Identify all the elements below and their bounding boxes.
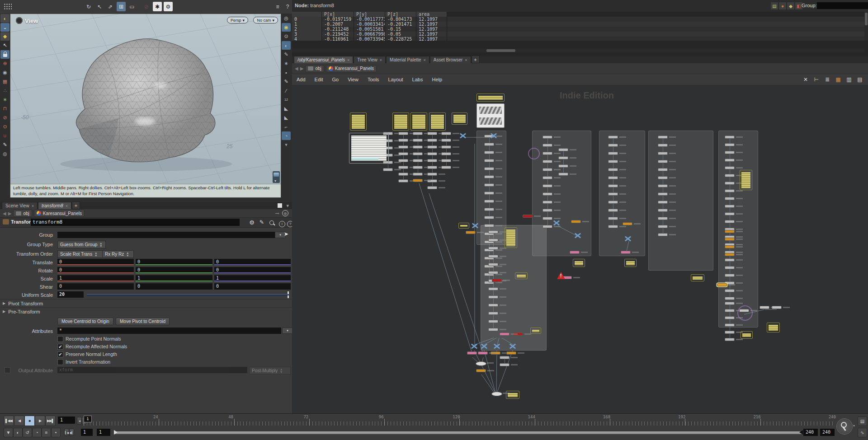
node[interactable] bbox=[542, 209, 552, 212]
dot-icon[interactable]: • bbox=[282, 68, 291, 77]
tab-scene-view[interactable]: Scene View× bbox=[2, 202, 38, 209]
node[interactable] bbox=[484, 143, 494, 146]
tab-transform8[interactable]: transform8× bbox=[38, 202, 71, 209]
orange-node[interactable] bbox=[413, 179, 423, 182]
node[interactable] bbox=[413, 159, 423, 162]
view-tool-icon[interactable]: ◉ bbox=[0, 68, 9, 77]
net-breadcrumb-root[interactable]: obj bbox=[305, 65, 324, 72]
node[interactable] bbox=[725, 212, 735, 215]
sticky-note[interactable] bbox=[350, 112, 367, 131]
node[interactable] bbox=[413, 173, 423, 176]
pick-pencil-icon[interactable]: ✎ bbox=[282, 77, 291, 86]
node[interactable] bbox=[427, 132, 437, 135]
node[interactable] bbox=[608, 209, 618, 212]
sticky-note[interactable] bbox=[452, 112, 467, 125]
range-end-field[interactable]: 240 bbox=[803, 429, 818, 436]
target-icon[interactable]: ◎ bbox=[282, 210, 288, 216]
spreadsheet-hscrollbar[interactable] bbox=[292, 49, 864, 52]
node[interactable] bbox=[608, 168, 618, 171]
node[interactable] bbox=[441, 139, 451, 142]
node[interactable] bbox=[500, 363, 509, 366]
pose-tool-icon[interactable]: ▦ bbox=[0, 77, 9, 86]
node[interactable] bbox=[413, 166, 423, 169]
move-centroid-button[interactable]: Move Centroid to Origin bbox=[57, 318, 113, 325]
node[interactable] bbox=[488, 271, 498, 274]
table-row[interactable]: 2-0.211248-0.0051581-0.1512.1097 bbox=[292, 27, 868, 32]
node[interactable] bbox=[658, 168, 668, 171]
scatter-red-icon[interactable]: ∴ bbox=[0, 86, 9, 95]
translate-y-field[interactable]: 0 bbox=[136, 259, 212, 265]
slider-handle[interactable] bbox=[288, 295, 289, 298]
pink-node[interactable] bbox=[467, 351, 477, 355]
gear-box-icon[interactable]: ⚙ bbox=[164, 2, 173, 11]
node[interactable] bbox=[725, 331, 735, 334]
add-tab-button[interactable]: + bbox=[472, 56, 480, 63]
plane-12-icon[interactable]: ◣ bbox=[282, 113, 291, 122]
null-node[interactable] bbox=[624, 236, 632, 241]
keys-visibility-icon[interactable]: ▼ bbox=[4, 428, 13, 437]
magnifier-icon[interactable] bbox=[268, 219, 276, 226]
menu-go[interactable]: Go bbox=[328, 77, 344, 82]
geometry-spreadsheet[interactable]: P[x]P[y]P[z]area0-0.0197159-0.00117773-0… bbox=[292, 12, 868, 41]
shear-y-field[interactable]: 0 bbox=[136, 283, 212, 290]
node[interactable] bbox=[542, 168, 552, 171]
node[interactable] bbox=[608, 201, 618, 204]
loop-icon[interactable]: ↺ bbox=[23, 428, 32, 437]
pane-menu-caret[interactable]: ▾ bbox=[286, 203, 289, 209]
snap-box-icon[interactable]: ⊓ bbox=[0, 104, 9, 113]
breadcrumb-node[interactable]: Karesansui_Panels bbox=[34, 210, 85, 217]
range-start-field[interactable]: 1 bbox=[81, 429, 93, 436]
close-icon[interactable]: × bbox=[424, 58, 426, 62]
tab-tree-view[interactable]: Tree View× bbox=[354, 56, 386, 63]
close-icon[interactable]: × bbox=[66, 204, 68, 208]
menu-add[interactable]: Add bbox=[292, 77, 310, 82]
tab-asset-browser[interactable]: Asset Browser× bbox=[430, 56, 471, 63]
pre-transform-section[interactable]: ▶Pre-Transform bbox=[0, 307, 292, 315]
node[interactable] bbox=[488, 263, 498, 266]
null-node[interactable] bbox=[459, 133, 467, 138]
orange-node[interactable] bbox=[506, 351, 516, 355]
lightbulb-icon[interactable]: ◉ bbox=[282, 23, 291, 32]
pick-arrow-icon[interactable]: ➤ bbox=[284, 231, 288, 237]
attributes-dropdown[interactable]: ▾ bbox=[282, 328, 293, 334]
move-pivot-button[interactable]: Move Pivot to Centroid bbox=[116, 318, 170, 325]
node[interactable] bbox=[488, 239, 498, 242]
node[interactable] bbox=[542, 184, 552, 187]
orange-node[interactable] bbox=[725, 245, 735, 248]
node[interactable] bbox=[725, 289, 735, 292]
node[interactable] bbox=[725, 182, 735, 185]
group-input[interactable] bbox=[816, 2, 868, 9]
select-tool-icon[interactable]: ↖ bbox=[95, 2, 104, 11]
spreadsheet-vscrollbar[interactable] bbox=[864, 12, 868, 41]
table-row[interactable]: 3-0.219452-0.00667998-0.0512.1097 bbox=[292, 32, 868, 37]
node[interactable] bbox=[658, 184, 668, 187]
node[interactable] bbox=[658, 152, 668, 155]
node[interactable] bbox=[608, 192, 618, 196]
pink-node[interactable] bbox=[500, 332, 509, 336]
stop-button[interactable]: ■ bbox=[24, 416, 35, 426]
play-button[interactable]: ▶ bbox=[35, 416, 45, 426]
playhead[interactable]: 1 bbox=[84, 416, 92, 422]
node[interactable] bbox=[441, 159, 451, 162]
go-start-button[interactable]: ▌◀◀ bbox=[4, 416, 14, 426]
orange-node[interactable] bbox=[725, 230, 735, 233]
horizon-icon[interactable]: ◔ bbox=[282, 131, 291, 140]
viewport-corner-widget[interactable] bbox=[273, 171, 280, 183]
info-icon[interactable]: i bbox=[278, 219, 287, 229]
node[interactable] bbox=[725, 302, 735, 305]
orbit-tool-icon[interactable]: ↻ bbox=[84, 2, 93, 11]
pink-node[interactable] bbox=[570, 251, 580, 254]
node[interactable] bbox=[413, 152, 423, 155]
network-editor[interactable]: Indie Edition bbox=[292, 85, 868, 413]
motionfx-icon[interactable]: ∿ bbox=[858, 428, 867, 437]
orange-node[interactable] bbox=[725, 238, 735, 241]
merge-node[interactable] bbox=[491, 392, 502, 396]
null-node[interactable] bbox=[490, 133, 497, 138]
node[interactable] bbox=[608, 176, 618, 179]
node[interactable] bbox=[542, 136, 552, 139]
shear-z-field[interactable]: 0 bbox=[214, 283, 291, 290]
node[interactable] bbox=[608, 160, 618, 163]
column-header[interactable]: area bbox=[416, 12, 447, 17]
merge-node[interactable] bbox=[476, 361, 486, 366]
node[interactable] bbox=[484, 167, 494, 170]
